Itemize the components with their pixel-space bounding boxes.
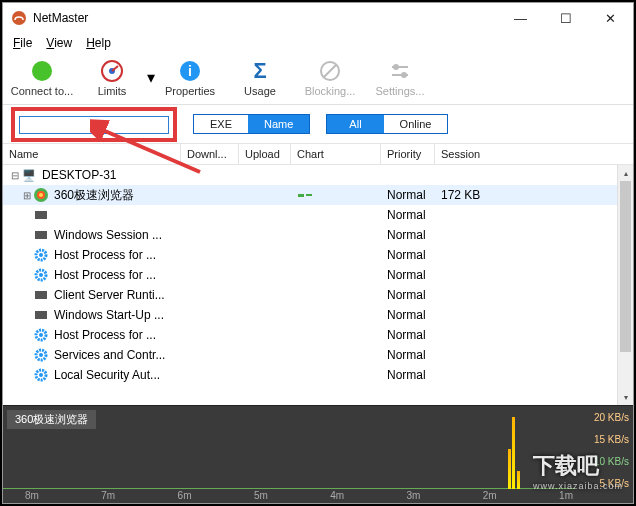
process-icon [33,367,49,383]
collapse-icon[interactable]: ⊟ [9,170,21,181]
x-tick: 3m [406,490,420,501]
blocking-button[interactable]: Blocking... [295,55,365,99]
cell-download [181,285,239,305]
process-name: 360极速浏览器 [54,187,134,204]
seg-name[interactable]: Name [248,115,309,133]
properties-button[interactable]: i Properties [155,55,225,99]
desktop-icon: 🖥️ [21,167,37,183]
svg-rect-18 [35,231,47,239]
process-icon [33,207,49,223]
cell-priority: Normal [381,185,435,205]
process-icon [33,227,49,243]
process-name: Host Process for ... [54,268,156,282]
col-download[interactable]: Downl... [181,144,239,164]
cell-priority: Normal [381,265,435,285]
y-tick: 5 KB/s [594,478,629,489]
scroll-up-button[interactable]: ▴ [618,165,633,181]
cell-priority: Normal [381,305,435,325]
chart-canvas [3,406,575,489]
settings-button[interactable]: Settings... [365,55,435,99]
scroll-thumb[interactable] [620,181,631,352]
usage-button[interactable]: Σ Usage [225,55,295,99]
limits-dropdown-arrow[interactable]: ▾ [147,68,155,87]
cell-chart [291,365,381,385]
tree-root-row[interactable]: ⊟ 🖥️ DESKTOP-31 [3,165,633,185]
seg-online[interactable]: Online [384,115,448,133]
table-row[interactable]: Host Process for ...Normal [3,265,633,285]
col-session[interactable]: Session [435,144,625,164]
cell-upload [239,185,291,205]
expand-icon[interactable]: ⊞ [21,190,33,201]
chart-y-axis: 20 KB/s15 KB/s10 KB/s5 KB/s [594,412,629,489]
root-node-label: DESKTOP-31 [42,168,116,182]
menu-view[interactable]: View [46,36,72,50]
svg-point-26 [39,333,43,337]
process-name: Host Process for ... [54,328,156,342]
cell-chart [291,325,381,345]
table-row[interactable]: Normal [3,205,633,225]
col-name[interactable]: Name [3,144,181,164]
chart-x-axis: 8m7m6m5m4m3m2m1m [25,490,573,501]
menu-help[interactable]: Help [86,36,111,50]
cell-download [181,185,239,205]
cell-download [181,245,239,265]
cell-upload [239,285,291,305]
svg-rect-17 [35,211,47,219]
cell-session [435,365,625,385]
window-title: NetMaster [33,11,498,25]
usage-label: Usage [244,85,276,97]
table-row[interactable]: ⊞360极速浏览器Normal172 KB [3,185,633,205]
table-row[interactable]: Local Security Aut...Normal [3,365,633,385]
col-upload[interactable]: Upload [239,144,291,164]
process-icon [33,327,49,343]
process-icon [33,187,49,203]
svg-point-16 [39,193,43,197]
limits-button[interactable]: Limits [77,55,147,99]
x-tick: 6m [178,490,192,501]
close-button[interactable]: ✕ [588,3,633,33]
cell-priority: Normal [381,325,435,345]
app-icon [11,10,27,26]
col-chart[interactable]: Chart [291,144,381,164]
x-tick: 5m [254,490,268,501]
scroll-down-button[interactable]: ▾ [618,389,633,405]
y-tick: 15 KB/s [594,434,629,445]
table-row[interactable]: Windows Session ...Normal [3,225,633,245]
cell-priority: Normal [381,245,435,265]
minimize-button[interactable]: — [498,3,543,33]
process-name: Local Security Aut... [54,368,160,382]
svg-text:i: i [188,63,192,79]
table-row[interactable]: Windows Start-Up ...Normal [3,305,633,325]
process-icon [33,347,49,363]
table-row[interactable]: Client Server Runti...Normal [3,285,633,305]
cell-priority: Normal [381,365,435,385]
cell-session [435,325,625,345]
connect-button[interactable]: Connect to... [7,55,77,99]
search-input[interactable] [19,116,169,134]
table-row[interactable]: Services and Contr...Normal [3,345,633,365]
cell-session [435,205,625,225]
cell-chart [291,185,381,205]
cell-upload [239,225,291,245]
table-body: ⊟ 🖥️ DESKTOP-31 ⊞360极速浏览器Normal172 KBNor… [3,165,633,405]
cell-download [181,365,239,385]
sliders-icon [388,59,412,83]
cell-download [181,305,239,325]
menu-file[interactable]: File [13,36,32,50]
table-row[interactable]: Host Process for ...Normal [3,245,633,265]
maximize-button[interactable]: ☐ [543,3,588,33]
cell-download [181,345,239,365]
table-row[interactable]: Host Process for ...Normal [3,325,633,345]
chart-pane: 360极速浏览器 8m7m6m5m4m3m2m1m 20 KB/s15 KB/s… [3,405,633,503]
cell-download [181,225,239,245]
cell-chart [291,285,381,305]
all-online-segment: All Online [326,114,448,134]
vertical-scrollbar[interactable]: ▴ ▾ [617,165,633,405]
seg-exe[interactable]: EXE [194,115,248,133]
svg-rect-23 [35,291,47,299]
svg-point-20 [39,253,43,257]
cell-upload [239,325,291,345]
col-priority[interactable]: Priority [381,144,435,164]
process-name: Services and Contr... [54,348,165,362]
seg-all[interactable]: All [327,115,383,133]
